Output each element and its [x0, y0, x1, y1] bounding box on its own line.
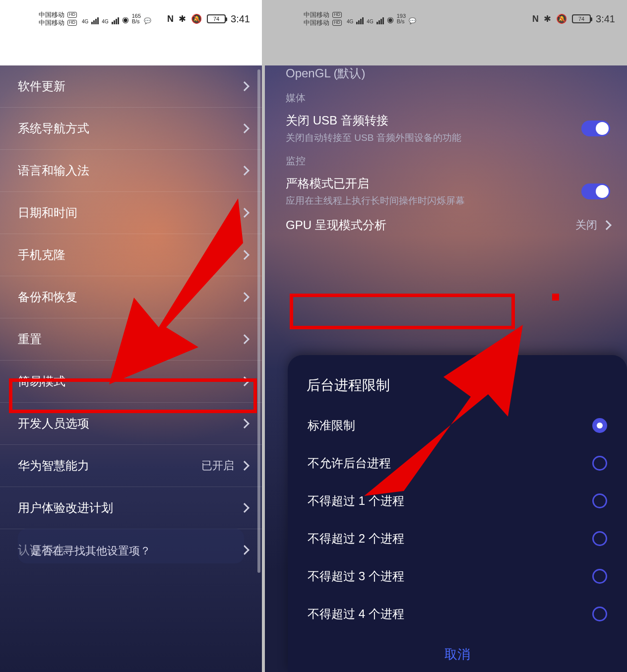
chevron-right-icon: [240, 461, 250, 471]
battery-icon: 74: [572, 14, 591, 23]
status-bar: 中国移动HD 中国移动HD 4G 4G ◉ 193B/s 💬 N ✱ 🔕 74 …: [265, 9, 627, 29]
item-huawei-smart[interactable]: 华为智慧能力 已开启: [0, 445, 262, 487]
item-label: 华为智慧能力: [18, 458, 89, 474]
item-label: 系统导航方式: [18, 121, 89, 136]
item-software-update[interactable]: 软件更新: [0, 65, 262, 108]
item-developer-options[interactable]: 开发人员选项: [0, 403, 262, 445]
chevron-right-icon: [240, 208, 250, 218]
settings-list: 软件更新 系统导航方式 语言和输入法 日期和时间 手机克隆 备份和恢复 重置: [0, 65, 262, 571]
radio-icon: [592, 418, 607, 433]
chevron-right-icon: [240, 250, 250, 260]
message-icon: 💬: [144, 17, 151, 24]
signal-bars-icon: [376, 17, 384, 24]
background-process-dialog: 后台进程限制 标准限制 不允许后台进程 不得超过 1 个进程 不得超过 2 个进…: [288, 355, 627, 672]
item-label: 重置: [18, 331, 42, 347]
carrier-block: 中国移动HD 中国移动HD: [304, 11, 342, 27]
hint-text: 是否在寻找其他设置项？: [31, 545, 151, 557]
option-no-background[interactable]: 不允许后台进程: [303, 444, 612, 482]
item-user-experience[interactable]: 用户体验改进计划: [0, 487, 262, 529]
row-usb-audio[interactable]: 关闭 USB 音频转接 关闭自动转接至 USB 音频外围设备的功能: [265, 108, 627, 149]
signal-block: 4G 4G ◉ 193B/s 💬: [347, 13, 416, 24]
section-header: 监控: [265, 149, 627, 171]
status-bar: 中国移动HD 中国移动HD 4G 4G ◉ 165B/s 💬 N ✱ 🔕 74 …: [0, 9, 262, 29]
signal-bars-icon: [356, 17, 364, 24]
chevron-right-icon: [240, 419, 250, 428]
toggle-switch[interactable]: [581, 183, 610, 199]
row-opengl[interactable]: OpenGL (默认): [265, 63, 627, 86]
item-label: 严格模式已开启: [286, 176, 465, 191]
wifi-icon: ◉: [387, 15, 394, 24]
item-date-time[interactable]: 日期和时间: [0, 192, 262, 234]
item-label: 备份和恢复: [18, 289, 77, 305]
item-label: 语言和输入法: [18, 163, 89, 179]
chevron-right-icon: [240, 166, 250, 176]
option-standard-limit[interactable]: 标准限制: [303, 407, 612, 444]
item-reset[interactable]: 重置: [0, 318, 262, 361]
item-value: 关闭: [575, 218, 597, 233]
item-phone-clone[interactable]: 手机克隆: [0, 234, 262, 276]
option-label: 标准限制: [308, 418, 355, 433]
search-hint-card[interactable]: 是否在寻找其他设置项？: [18, 529, 244, 563]
nfc-icon: N: [167, 14, 174, 24]
chevron-right-icon: [602, 220, 612, 230]
chevron-right-icon: [240, 292, 250, 302]
item-simple-mode[interactable]: 简易模式: [0, 361, 262, 403]
item-label: OpenGL (默认): [286, 65, 366, 81]
item-label: 软件更新: [18, 78, 65, 94]
chevron-right-icon: [240, 503, 250, 513]
row-gpu-profiling[interactable]: GPU 呈现模式分析 关闭: [265, 212, 627, 238]
radio-icon: [592, 569, 607, 584]
battery-icon: 74: [207, 14, 226, 23]
chevron-right-icon: [240, 376, 250, 386]
item-language-input[interactable]: 语言和输入法: [0, 150, 262, 192]
message-icon: 💬: [409, 17, 416, 24]
right-screenshot: 中国移动HD 中国移动HD 4G 4G ◉ 193B/s 💬 N ✱ 🔕 74 …: [265, 0, 627, 672]
signal-bars-icon: [112, 17, 119, 24]
wifi-icon: ◉: [122, 15, 129, 24]
item-label: 简易模式: [18, 373, 65, 389]
option-label: 不允许后台进程: [308, 455, 391, 471]
item-system-navigation[interactable]: 系统导航方式: [0, 108, 262, 150]
mute-icon: 🔕: [556, 13, 567, 24]
toggle-switch[interactable]: [581, 121, 610, 136]
option-max-3[interactable]: 不得超过 3 个进程: [303, 557, 612, 595]
carrier-block: 中国移动HD 中国移动HD: [39, 11, 77, 27]
left-screenshot: 中国移动HD 中国移动HD 4G 4G ◉ 165B/s 💬 N ✱ 🔕 74 …: [0, 0, 262, 672]
option-label: 不得超过 4 个进程: [308, 606, 404, 622]
option-label: 不得超过 1 个进程: [308, 493, 404, 509]
radio-icon: [592, 456, 607, 471]
item-label: GPU 呈现模式分析: [286, 217, 386, 233]
option-label: 不得超过 3 个进程: [308, 568, 404, 584]
item-description: 关闭自动转接至 USB 音频外围设备的功能: [286, 131, 461, 144]
signal-bars-icon: [91, 17, 99, 24]
chevron-right-icon: [240, 334, 250, 344]
item-label: 日期和时间: [18, 205, 77, 221]
signal-block: 4G 4G ◉ 165B/s 💬: [82, 13, 151, 24]
chevron-right-icon: [240, 81, 250, 91]
item-backup-restore[interactable]: 备份和恢复: [0, 276, 262, 318]
item-label: 手机克隆: [18, 247, 65, 263]
item-label: 开发人员选项: [18, 416, 89, 431]
dialog-title: 后台进程限制: [303, 373, 612, 407]
section-header: 媒体: [265, 86, 627, 108]
radio-icon: [592, 531, 607, 546]
item-label: 关闭 USB 音频转接: [286, 113, 461, 128]
option-max-1[interactable]: 不得超过 1 个进程: [303, 482, 612, 520]
clock: 3:41: [231, 13, 250, 25]
option-label: 不得超过 2 个进程: [308, 531, 404, 547]
radio-icon: [592, 607, 607, 621]
chevron-right-icon: [240, 123, 250, 133]
bluetooth-icon: ✱: [179, 13, 186, 24]
item-label: 用户体验改进计划: [18, 500, 113, 516]
nfc-icon: N: [532, 14, 539, 24]
bluetooth-icon: ✱: [544, 13, 551, 24]
row-strict-mode[interactable]: 严格模式已开启 应用在主线程上执行长时间操作时闪烁屏幕: [265, 171, 627, 212]
cancel-button[interactable]: 取消: [303, 633, 612, 672]
radio-icon: [592, 493, 607, 508]
option-max-4[interactable]: 不得超过 4 个进程: [303, 595, 612, 633]
clock: 3:41: [596, 13, 615, 25]
item-description: 应用在主线程上执行长时间操作时闪烁屏幕: [286, 194, 465, 207]
option-max-2[interactable]: 不得超过 2 个进程: [303, 520, 612, 557]
item-value: 已开启: [201, 458, 234, 473]
mute-icon: 🔕: [191, 13, 202, 24]
